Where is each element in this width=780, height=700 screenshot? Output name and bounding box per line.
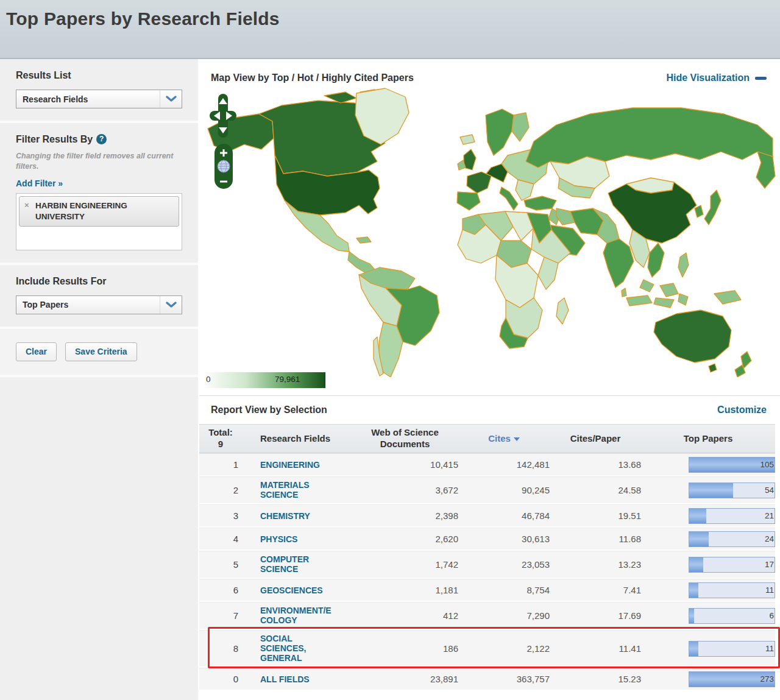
- research-field-link[interactable]: MATERIALS SCIENCE: [260, 480, 333, 500]
- map-zoom-control[interactable]: [214, 144, 233, 189]
- field-cell: MATERIALS SCIENCE: [242, 477, 352, 503]
- country-iceland[interactable]: [460, 135, 475, 144]
- rank-cell: 5: [199, 559, 242, 570]
- country-indonesia[interactable]: [654, 298, 674, 308]
- top-papers-cell: 11: [641, 641, 775, 657]
- cites-per-paper-cell: 11.41: [550, 643, 641, 654]
- research-field-link[interactable]: COMPUTER SCIENCE: [260, 554, 333, 574]
- remove-filter-icon[interactable]: ×: [24, 200, 29, 210]
- research-field-link[interactable]: ENVIRONMENT/ECOLOGY: [260, 606, 333, 625]
- country-italy[interactable]: [500, 187, 518, 210]
- country-malaysia[interactable]: [640, 280, 654, 292]
- column-header-cites[interactable]: Cites: [458, 431, 550, 447]
- results-list-select[interactable]: Research Fields: [16, 90, 182, 108]
- cites-per-paper-cell: 19.51: [550, 511, 641, 521]
- country-spain[interactable]: [457, 192, 480, 210]
- country-indonesia[interactable]: [626, 295, 652, 306]
- column-header-wos-documents[interactable]: Web of Science Documents: [352, 425, 458, 453]
- sidebar: Results List Research Fields Filter Resu…: [0, 59, 198, 699]
- wos-documents-cell: 10,415: [352, 459, 458, 470]
- include-results-select[interactable]: Top Papers: [16, 295, 182, 314]
- map-view-title: Map View by Top / Hot / Highly Cited Pap…: [211, 72, 414, 83]
- country-tasmania[interactable]: [709, 364, 717, 372]
- top-papers-value: 24: [765, 534, 774, 543]
- top-papers-cell: 17: [641, 557, 775, 573]
- country-borneo[interactable]: [660, 283, 678, 297]
- world-map-countries: [208, 88, 775, 377]
- column-header-cites-per-paper[interactable]: Cites/Paper: [550, 431, 641, 447]
- column-header-research-fields[interactable]: Research Fields: [242, 431, 352, 447]
- cites-per-paper-cell: 24.58: [550, 485, 641, 495]
- cites-per-paper-cell: 7.41: [550, 585, 641, 595]
- country-sulawesi[interactable]: [678, 294, 688, 305]
- research-field-link[interactable]: PHYSICS: [260, 534, 333, 544]
- country-korea[interactable]: [695, 205, 703, 217]
- top-papers-value: 17: [765, 560, 774, 569]
- wos-documents-cell: 3,672: [352, 485, 458, 495]
- include-results-heading: Include Results For: [16, 276, 182, 287]
- country-france[interactable]: [467, 172, 491, 193]
- cites-per-paper-cell: 13.23: [550, 559, 641, 570]
- country-philippines[interactable]: [678, 253, 689, 277]
- top-papers-cell: 24: [641, 531, 775, 547]
- table-row: 1 ENGINEERING 10,415 142,481 13.68 105: [199, 453, 775, 476]
- cites-per-paper-cell: 11.68: [550, 534, 641, 544]
- field-cell: GEOSCIENCES: [242, 582, 352, 599]
- add-filter-link[interactable]: Add Filter »: [16, 179, 63, 188]
- report-table-header: Total:9 Research Fields Web of Science D…: [199, 424, 775, 453]
- include-results-section: Include Results For Top Papers: [0, 265, 198, 329]
- cites-cell: 46,784: [458, 511, 550, 521]
- wos-documents-cell: 23,891: [352, 674, 458, 684]
- country-japan[interactable]: [704, 190, 721, 225]
- filter-tag: × HARBIN ENGINEERING UNIVERSITY: [19, 196, 179, 227]
- top-papers-bar: 21: [689, 508, 775, 524]
- country-turkey[interactable]: [524, 196, 556, 210]
- save-criteria-button[interactable]: Save Criteria: [65, 342, 137, 361]
- country-east-africa[interactable]: [538, 257, 558, 289]
- cites-cell: 142,481: [458, 459, 550, 470]
- cites-cell: 30,613: [458, 534, 550, 544]
- report-view-title: Report View by Selection: [211, 405, 327, 415]
- help-icon[interactable]: ?: [96, 134, 107, 144]
- wos-documents-cell: 2,398: [352, 511, 458, 521]
- research-field-link[interactable]: ALL FIELDS: [260, 674, 333, 684]
- country-india[interactable]: [603, 239, 634, 288]
- top-papers-bar-fill: [689, 557, 703, 572]
- research-field-link[interactable]: GEOSCIENCES: [260, 585, 333, 595]
- country-sri-lanka[interactable]: [622, 288, 626, 297]
- country-russia[interactable]: [526, 108, 773, 168]
- world-map[interactable]: 0 79,961: [199, 85, 780, 389]
- sidebar-filler: [0, 377, 198, 700]
- country-cuba[interactable]: [356, 237, 371, 243]
- customize-link[interactable]: Customize: [717, 405, 767, 415]
- cites-per-paper-cell: 13.68: [550, 459, 641, 470]
- top-papers-bar: 11: [689, 641, 775, 657]
- sort-desc-icon: [514, 437, 520, 441]
- top-papers-cell: 21: [641, 508, 775, 524]
- country-scandinavia[interactable]: [486, 109, 514, 155]
- country-new-guinea[interactable]: [714, 291, 741, 304]
- top-papers-value: 54: [765, 486, 774, 495]
- research-field-link[interactable]: ENGINEERING: [260, 460, 333, 470]
- chevron-down-icon: [160, 90, 182, 108]
- top-papers-bar: 6: [689, 608, 775, 624]
- column-header-top-papers[interactable]: Top Papers: [641, 431, 775, 447]
- country-russia-east[interactable]: [756, 152, 775, 188]
- country-australia[interactable]: [654, 310, 731, 362]
- research-field-link[interactable]: SOCIAL SCIENCES, GENERAL: [260, 634, 333, 663]
- top-papers-bar-fill: [689, 483, 733, 498]
- rank-cell: 4: [199, 534, 242, 544]
- wos-documents-cell: 186: [352, 643, 458, 654]
- table-row: 3 CHEMISTRY 2,398 46,784 19.51 21: [199, 504, 775, 528]
- cites-cell: 2,122: [458, 643, 550, 654]
- hide-visualization-link[interactable]: Hide Visualization: [666, 72, 767, 83]
- country-finland[interactable]: [512, 113, 529, 141]
- research-field-link[interactable]: CHEMISTRY: [260, 511, 333, 521]
- field-cell: SOCIAL SCIENCES, GENERAL: [242, 631, 352, 666]
- page-title: Top Papers by Research Fields: [6, 9, 780, 29]
- clear-button[interactable]: Clear: [16, 342, 57, 361]
- country-madagascar[interactable]: [556, 298, 569, 324]
- field-cell: ALL FIELDS: [242, 671, 352, 688]
- wos-documents-cell: 1,742: [352, 559, 458, 570]
- country-vietnam[interactable]: [648, 243, 664, 277]
